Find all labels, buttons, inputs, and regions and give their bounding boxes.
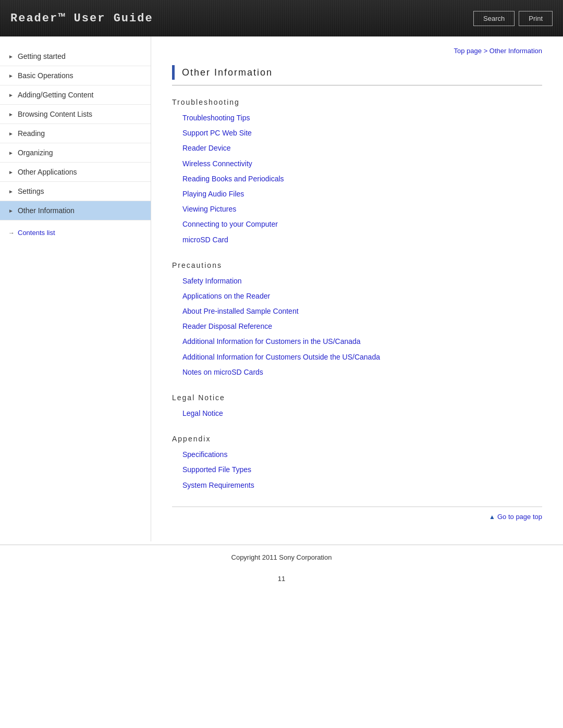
troubleshooting-section: Troubleshooting Troubleshooting Tips Sup… <box>172 98 542 246</box>
legal-heading: Legal Notice <box>172 393 542 402</box>
page-number-value: 11 <box>278 575 285 583</box>
page-number: 11 <box>0 570 563 588</box>
sidebar-item-label: Other Applications <box>18 168 77 176</box>
reading-books-link[interactable]: Reading Books and Periodicals <box>182 175 284 183</box>
sidebar-footer: → Contents list <box>0 220 151 245</box>
list-item: Reading Books and Periodicals <box>182 172 542 186</box>
sidebar: ► Getting started ► Basic Operations ► A… <box>0 36 151 541</box>
safety-info-link[interactable]: Safety Information <box>182 277 242 285</box>
legal-links: Legal Notice <box>172 407 542 420</box>
sidebar-item-other-applications[interactable]: ► Other Applications <box>0 163 151 182</box>
content-area: Top page > Other Information Other Infor… <box>151 36 563 541</box>
list-item: Legal Notice <box>182 407 542 420</box>
outside-us-canada-link[interactable]: Additional Information for Customers Out… <box>182 353 380 361</box>
list-item: Wireless Connectivity <box>182 157 542 170</box>
breadcrumb-top-link[interactable]: Top page <box>454 47 482 55</box>
chevron-icon: ► <box>8 189 14 194</box>
sidebar-item-label: Settings <box>18 187 44 195</box>
header: Reader™ User Guide Search Print <box>0 0 563 36</box>
us-canada-link[interactable]: Additional Information for Customers in … <box>182 337 361 346</box>
sidebar-item-settings[interactable]: ► Settings <box>0 182 151 201</box>
reader-device-link[interactable]: Reader Device <box>182 144 231 152</box>
sidebar-item-other-information[interactable]: ► Other Information <box>0 201 151 220</box>
chevron-icon: ► <box>8 54 14 59</box>
sidebar-item-label: Adding/Getting Content <box>18 91 94 99</box>
connecting-computer-link[interactable]: Connecting to your Computer <box>182 220 278 228</box>
sidebar-item-adding-content[interactable]: ► Adding/Getting Content <box>0 85 151 105</box>
specifications-link[interactable]: Specifications <box>182 450 227 459</box>
list-item: Safety Information <box>182 275 542 288</box>
chevron-icon: ► <box>8 73 14 79</box>
list-item: Playing Audio Files <box>182 188 542 201</box>
page-title-container: Other Information <box>172 65 542 85</box>
disposal-link[interactable]: Reader Disposal Reference <box>182 322 272 330</box>
appendix-section: Appendix Specifications Supported File T… <box>172 435 542 492</box>
sidebar-item-organizing[interactable]: ► Organizing <box>0 143 151 163</box>
title-bar-decoration <box>172 65 175 80</box>
appendix-links: Specifications Supported File Types Syst… <box>172 448 542 492</box>
sidebar-item-label: Browsing Content Lists <box>18 110 92 118</box>
page-title: Other Information <box>182 67 273 78</box>
main-container: ► Getting started ► Basic Operations ► A… <box>0 36 563 541</box>
breadcrumb-separator: > <box>482 47 489 55</box>
list-item: Notes on microSD Cards <box>182 366 542 379</box>
list-item: Troubleshooting Tips <box>182 112 542 125</box>
chevron-icon: ► <box>8 92 14 98</box>
playing-audio-link[interactable]: Playing Audio Files <box>182 190 244 198</box>
precautions-heading: Precautions <box>172 261 542 269</box>
legal-notice-link[interactable]: Legal Notice <box>182 409 223 417</box>
list-item: Viewing Pictures <box>182 203 542 216</box>
chevron-icon: ► <box>8 150 14 156</box>
list-item: System Requirements <box>182 479 542 492</box>
wireless-link[interactable]: Wireless Connectivity <box>182 159 252 168</box>
legal-section: Legal Notice Legal Notice <box>172 393 542 420</box>
go-to-top-link[interactable]: ▲Go to page top <box>489 513 542 521</box>
print-button[interactable]: Print <box>519 11 553 26</box>
list-item: About Pre-installed Sample Content <box>182 305 542 318</box>
file-types-link[interactable]: Supported File Types <box>182 465 251 474</box>
list-item: Reader Disposal Reference <box>182 320 542 333</box>
troubleshooting-tips-link[interactable]: Troubleshooting Tips <box>182 114 250 122</box>
header-buttons: Search Print <box>473 11 553 26</box>
triangle-up-icon: ▲ <box>489 513 495 521</box>
sidebar-item-label: Other Information <box>18 206 75 215</box>
sample-content-link[interactable]: About Pre-installed Sample Content <box>182 307 299 315</box>
microsd-notes-link[interactable]: Notes on microSD Cards <box>182 368 263 376</box>
list-item: Applications on the Reader <box>182 290 542 303</box>
appendix-heading: Appendix <box>172 435 542 443</box>
sidebar-item-label: Getting started <box>18 52 66 60</box>
list-item: Specifications <box>182 448 542 461</box>
chevron-icon: ► <box>8 131 14 137</box>
chevron-icon: ► <box>8 169 14 175</box>
list-item: Connecting to your Computer <box>182 218 542 231</box>
precautions-links: Safety Information Applications on the R… <box>172 275 542 379</box>
sidebar-item-label: Organizing <box>18 149 53 157</box>
troubleshooting-heading: Troubleshooting <box>172 98 542 106</box>
sidebar-item-reading[interactable]: ► Reading <box>0 124 151 143</box>
app-title: Reader™ User Guide <box>10 12 153 25</box>
breadcrumb: Top page > Other Information <box>172 47 542 55</box>
chevron-icon: ► <box>8 208 14 214</box>
applications-link[interactable]: Applications on the Reader <box>182 292 270 300</box>
system-requirements-link[interactable]: System Requirements <box>182 481 254 489</box>
precautions-section: Precautions Safety Information Applicati… <box>172 261 542 379</box>
breadcrumb-current: Other Information <box>489 47 542 55</box>
sidebar-item-getting-started[interactable]: ► Getting started <box>0 47 151 66</box>
sidebar-item-basic-operations[interactable]: ► Basic Operations <box>0 66 151 85</box>
list-item: Additional Information for Customers in … <box>182 335 542 348</box>
list-item: Support PC Web Site <box>182 127 542 140</box>
chevron-icon: ► <box>8 112 14 117</box>
search-button[interactable]: Search <box>473 11 515 26</box>
footer-nav: ▲Go to page top <box>172 507 542 521</box>
list-item: Additional Information for Customers Out… <box>182 351 542 364</box>
support-pc-link[interactable]: Support PC Web Site <box>182 129 252 137</box>
troubleshooting-links: Troubleshooting Tips Support PC Web Site… <box>172 112 542 246</box>
contents-list-link[interactable]: Contents list <box>18 229 55 237</box>
copyright-text: Copyright 2011 Sony Corporation <box>231 553 332 561</box>
viewing-pictures-link[interactable]: Viewing Pictures <box>182 205 236 213</box>
list-item: Supported File Types <box>182 463 542 476</box>
sidebar-item-label: Reading <box>18 129 45 138</box>
list-item: microSD Card <box>182 233 542 246</box>
microsd-link[interactable]: microSD Card <box>182 236 228 244</box>
sidebar-item-browsing-content[interactable]: ► Browsing Content Lists <box>0 105 151 124</box>
